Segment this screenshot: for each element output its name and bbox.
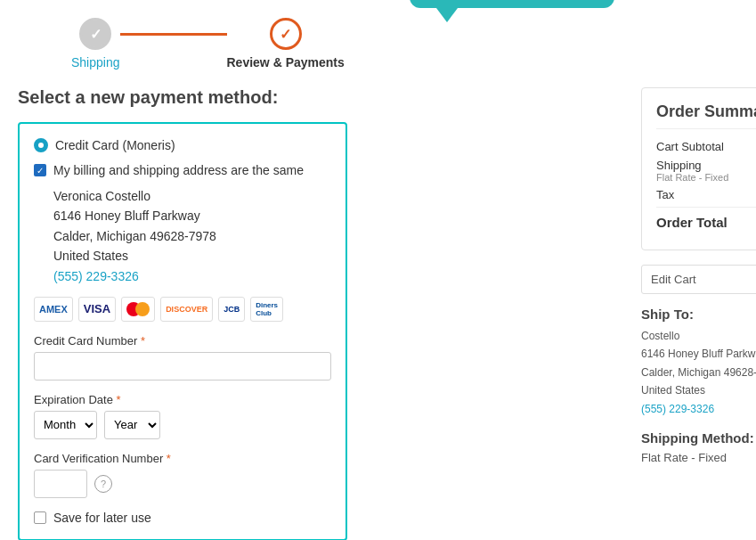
year-select[interactable]: Year202420252026202720282029203020312032… <box>104 411 160 439</box>
step-shipping[interactable]: ✓ Shipping <box>71 18 120 70</box>
card-number-group: Credit Card Number * <box>34 334 331 380</box>
credit-card-radio[interactable] <box>34 138 48 152</box>
mastercard-logo <box>121 297 155 322</box>
jcb-logo: JCB <box>218 297 245 322</box>
month-select[interactable]: Month010203040506070809101112 <box>34 411 97 439</box>
card-number-input[interactable] <box>34 352 331 380</box>
cvn-row: ? <box>34 470 331 498</box>
shipping-method-header: Shipping Method: ✎ <box>641 430 756 446</box>
expiry-row: Month010203040506070809101112 Year202420… <box>34 411 331 439</box>
billing-street: 6146 Honey Bluff Parkway <box>53 206 331 225</box>
shipping-method-value: Flat Rate - Fixed <box>641 451 756 464</box>
left-panel: Select a new payment method: Credit Card… <box>18 87 347 540</box>
subtotal-label: Cart Subtotal <box>656 140 724 153</box>
billing-country: United States <box>53 246 331 266</box>
shipping-method-section: Shipping Method: ✎ Flat Rate - Fixed <box>641 430 756 464</box>
billing-name: Veronica Costello <box>53 186 331 206</box>
cvn-label: Card Verification Number * <box>34 452 331 465</box>
billing-city-state: Calder, Michigan 49628-7978 <box>53 226 331 246</box>
ship-to-section: Ship To: ✎ Costello 6146 Honey Bluff Par… <box>641 307 756 418</box>
billing-same-row[interactable]: ✓ My billing and shipping address are th… <box>34 163 331 177</box>
step-connector <box>120 33 227 36</box>
billing-address: Veronica Costello 6146 Honey Bluff Parkw… <box>53 186 331 286</box>
expiry-group: Expiration Date * Month01020304050607080… <box>34 393 331 439</box>
expiry-label: Expiration Date * <box>34 393 331 406</box>
summary-row-tax: Tax $3.71 <box>656 188 756 201</box>
save-label: Save for later use <box>53 511 151 525</box>
save-checkbox[interactable] <box>34 511 46 524</box>
total-label: Order Total <box>656 215 728 230</box>
order-summary-title: Order Summary <box>656 102 756 129</box>
billing-phone[interactable]: (555) 229-3326 <box>53 266 331 286</box>
shipping-label: Shipping <box>656 159 728 172</box>
order-summary-box: Order Summary Cart Subtotal $45.00 Shipp… <box>641 87 756 250</box>
section-title: Select a new payment method: <box>18 87 347 108</box>
diners-logo: DinersClub <box>250 297 283 322</box>
amex-logo: AMEX <box>34 297 73 322</box>
step-circle-review: ✓ <box>270 18 302 50</box>
edit-cart-row[interactable]: Edit Cart ▾ <box>641 265 756 294</box>
shipping-sub: Flat Rate - Fixed <box>656 172 728 183</box>
ship-to-address: Costello 6146 Honey Bluff Parkway Calder… <box>641 327 756 418</box>
cvn-group: Card Verification Number * ? <box>34 452 331 498</box>
card-logos: AMEX VISA DISCOVER JCB DinersClub <box>34 297 331 322</box>
cvn-info-icon[interactable]: ? <box>94 475 112 493</box>
discover-logo: DISCOVER <box>160 297 213 322</box>
ship-name: Costello <box>641 327 756 345</box>
tax-label: Tax <box>656 188 674 201</box>
ship-city-state: Calder, Michigan 49628-7978 <box>641 364 756 381</box>
payment-card: Credit Card (Moneris) ✓ My billing and s… <box>18 122 347 540</box>
step-circle-shipping: ✓ <box>79 18 111 50</box>
ship-country: United States <box>641 381 756 399</box>
card-number-label: Credit Card Number * <box>34 334 331 348</box>
step-label-review: Review & Payments <box>227 55 345 70</box>
stepper: ✓ Shipping ✓ Review & Payments <box>18 18 738 70</box>
visa-logo: VISA <box>78 297 116 322</box>
ship-to-header: Ship To: ✎ <box>641 307 756 322</box>
save-row[interactable]: Save for later use <box>34 511 331 525</box>
tooltip-bubble: Moneris as a payment method at the Check… <box>410 0 614 8</box>
main-layout: Select a new payment method: Credit Card… <box>18 87 738 540</box>
payment-method-header[interactable]: Credit Card (Moneris) <box>34 138 331 152</box>
billing-same-checkbox[interactable]: ✓ <box>34 164 46 176</box>
ship-street: 6146 Honey Bluff Parkway <box>641 345 756 363</box>
step-review[interactable]: ✓ Review & Payments <box>227 18 345 70</box>
summary-row-shipping: Shipping Flat Rate - Fixed $5.00 <box>656 159 756 183</box>
step-label-shipping: Shipping <box>71 55 120 70</box>
ship-phone[interactable]: (555) 229-3326 <box>641 400 756 418</box>
cvn-input[interactable] <box>34 470 87 498</box>
shipping-method-heading: Shipping Method: <box>641 430 754 446</box>
ship-to-heading: Ship To: <box>641 307 694 322</box>
edit-cart-label: Edit Cart <box>651 273 696 286</box>
summary-row-subtotal: Cart Subtotal $45.00 <box>656 140 756 153</box>
right-panel: Order Summary Cart Subtotal $45.00 Shipp… <box>641 87 756 477</box>
payment-method-label: Credit Card (Moneris) <box>55 138 175 152</box>
billing-same-label: My billing and shipping address are the … <box>53 163 304 177</box>
summary-row-total: Order Total $53.71 <box>656 207 756 230</box>
